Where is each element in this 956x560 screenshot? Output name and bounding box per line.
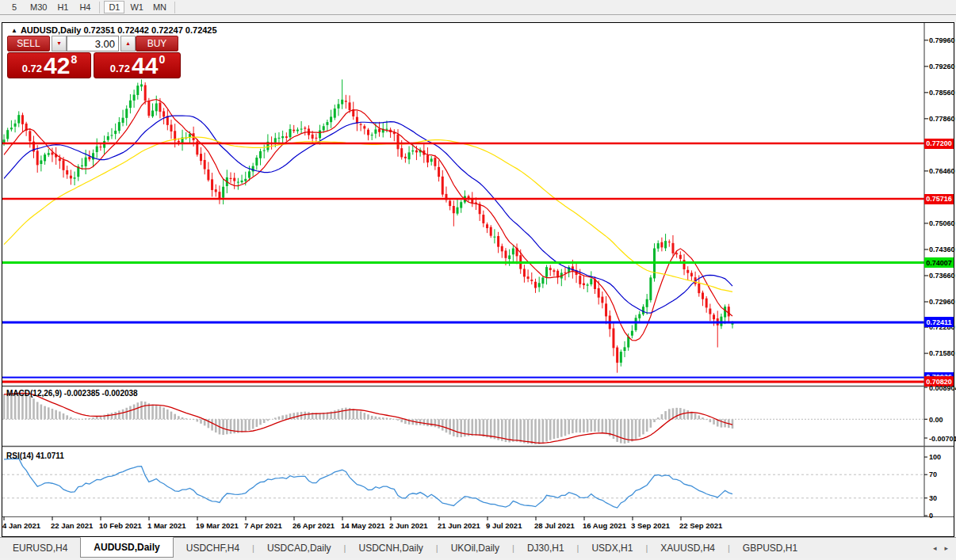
price-chart-canvas[interactable] <box>2 23 954 536</box>
chart-tab-bar: EURUSD,H4AUDUSD,DailyUSDCHF,H4|USDCAD,Da… <box>0 537 956 558</box>
date-axis-label: 3 Sep 2021 <box>631 521 670 530</box>
sell-price-small: 0.72 <box>22 63 42 74</box>
date-axis-label: 19 Mar 2021 <box>196 521 239 530</box>
chart-tab-eurusd-h4[interactable]: EURUSD,H4 <box>0 538 80 558</box>
date-axis-label: 22 Jan 2021 <box>51 521 93 530</box>
macd-axis-label: 0.00 <box>929 416 956 424</box>
rsi-axis-label: 30 <box>929 494 956 502</box>
tab-scroll-right-icon[interactable]: ▸ <box>944 544 948 552</box>
timeframe-button-w1[interactable]: W1 <box>126 1 147 13</box>
date-axis-label: 4 Jan 2021 <box>2 521 40 530</box>
timeframe-button-5[interactable]: 5 <box>4 1 25 13</box>
spin-up-icon: ▴ <box>126 40 129 47</box>
chart-tab-dj30-h1[interactable]: DJ30,H1 <box>514 538 577 558</box>
date-axis-label: 21 Jun 2021 <box>438 521 480 530</box>
rsi-axis-label: 70 <box>929 470 956 478</box>
rsi-axis-label: 0 <box>929 512 956 520</box>
toolbar-separator <box>174 2 175 13</box>
sell-button[interactable]: SELL <box>7 36 50 51</box>
timeframe-button-m30[interactable]: M30 <box>26 1 51 13</box>
chart-symbol-label: AUDUSD,Daily <box>21 25 81 35</box>
macd-indicator-label: MACD(12,26,9) -0.002385 -0.002038 <box>6 389 138 398</box>
buy-button[interactable]: BUY <box>136 36 178 51</box>
buy-price-sup: 0 <box>159 53 165 66</box>
timeframe-toolbar: 5M30H1H4D1W1MN <box>0 0 956 15</box>
chart-tab-ukoil-daily[interactable]: UKOil,Daily <box>438 538 512 558</box>
buy-price-box[interactable]: 0.72 44 0 <box>94 52 181 78</box>
sell-price-sup: 8 <box>71 53 77 66</box>
price-axis-tick: 0.76460 <box>929 167 955 175</box>
date-axis-label: 2 Jun 2021 <box>389 521 428 530</box>
date-axis-label: 16 Aug 2021 <box>583 521 626 530</box>
volume-input[interactable] <box>67 36 119 51</box>
price-axis-tick: 0.79260 <box>929 63 955 70</box>
spin-down-icon: ▾ <box>57 40 60 47</box>
price-axis-tick: 0.77860 <box>929 115 955 123</box>
macd-axis-label: 0.008904 <box>929 384 956 392</box>
chart-tab-usdchf-h4[interactable]: USDCHF,H4 <box>174 538 252 558</box>
chart-collapse-icon[interactable]: ▲ <box>11 27 17 34</box>
price-level-label[interactable]: 0.74007 <box>924 257 954 268</box>
date-axis-label: 14 May 2021 <box>341 521 384 530</box>
timeframe-button-d1[interactable]: D1 <box>104 1 124 13</box>
tab-scroll-left-icon[interactable]: ◂ <box>933 544 937 552</box>
price-axis-tick: 0.79960 <box>929 36 955 44</box>
buy-price-small: 0.72 <box>110 63 130 74</box>
date-axis-label: 9 Jul 2021 <box>486 521 522 530</box>
price-axis-tick: 0.75060 <box>929 219 955 227</box>
rsi-indicator-label: RSI(14) 41.0711 <box>6 451 64 460</box>
buy-price-big: 44 <box>132 54 158 78</box>
rsi-axis-label: 100 <box>929 453 956 461</box>
one-click-trade-panel: SELL ▾ ▴ BUY 0.72 42 8 0.72 44 0 <box>7 36 181 78</box>
chart-tab-gbpusd-h1[interactable]: GBPUSD,H1 <box>730 538 810 558</box>
sell-price-big: 42 <box>44 54 70 78</box>
timeframe-button-h1[interactable]: H1 <box>52 1 73 13</box>
timeframe-button-h4[interactable]: H4 <box>75 1 95 13</box>
date-axis-label: 10 Feb 2021 <box>99 521 142 530</box>
macd-axis-label: -0.00701 <box>929 435 956 443</box>
trading-terminal: 5M30H1H4D1W1MN ▲AUDUSD,Daily 0.72351 0.7… <box>0 0 956 560</box>
date-axis-label: 1 Mar 2021 <box>147 521 186 530</box>
timeframe-button-mn[interactable]: MN <box>149 1 170 13</box>
date-axis-label: 7 Apr 2021 <box>244 521 282 530</box>
chart-tab-xauusd-h4[interactable]: XAUUSD,H4 <box>648 538 728 558</box>
volume-increase-button[interactable]: ▴ <box>120 36 136 51</box>
chart-tab-audusd-daily[interactable]: AUDUSD,Daily <box>80 537 173 558</box>
price-level-label[interactable]: 0.77200 <box>924 139 954 149</box>
price-level-label[interactable]: 0.72411 <box>924 317 954 327</box>
chart-tab-usdcad-daily[interactable]: USDCAD,Daily <box>254 538 344 558</box>
chart-title: ▲AUDUSD,Daily 0.72351 0.72442 0.72247 0.… <box>11 25 217 35</box>
date-axis-label: 22 Sep 2021 <box>679 521 722 530</box>
toolbar-separator <box>99 2 100 13</box>
chart-ohlc-values: 0.72351 0.72442 0.72247 0.72425 <box>83 25 216 35</box>
chart-window: ▲AUDUSD,Daily 0.72351 0.72442 0.72247 0.… <box>2 22 954 537</box>
price-axis-tick: 0.78560 <box>929 89 955 97</box>
date-axis-label: 26 Apr 2021 <box>293 521 335 530</box>
price-axis-tick: 0.73660 <box>929 272 955 280</box>
date-axis-label: 28 Jul 2021 <box>534 521 575 530</box>
price-axis-tick: 0.72960 <box>929 298 955 306</box>
sell-price-box[interactable]: 0.72 42 8 <box>7 52 91 78</box>
chart-tab-usdcnh-daily[interactable]: USDCNH,Daily <box>346 538 435 558</box>
price-axis-tick: 0.71580 <box>929 349 955 357</box>
price-axis-tick: 0.74360 <box>929 246 955 253</box>
chart-tab-usdx-h1[interactable]: USDX,H1 <box>579 538 645 558</box>
price-level-label[interactable]: 0.75716 <box>924 194 954 204</box>
volume-decrease-button[interactable]: ▾ <box>52 36 67 51</box>
